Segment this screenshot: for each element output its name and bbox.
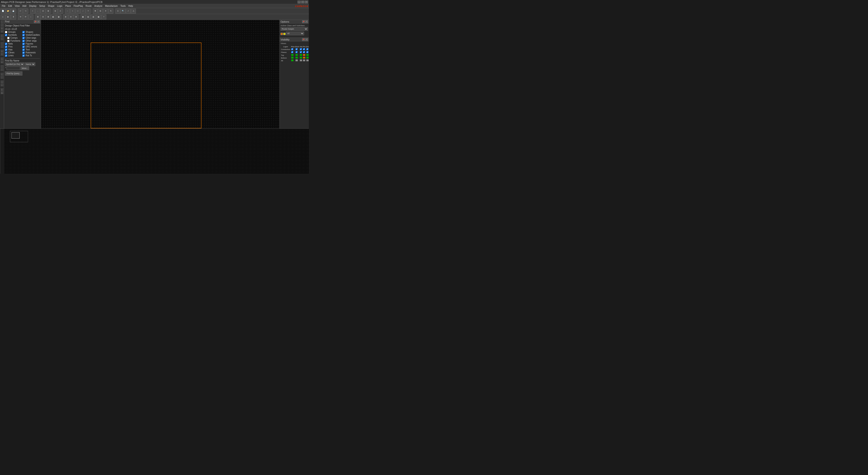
cond-drc-check[interactable] [306, 48, 308, 50]
add-text-btn[interactable]: T [86, 9, 91, 13]
all-via-color[interactable] [300, 60, 302, 61]
tb2-btn1[interactable]: ▷ [0, 14, 5, 20]
all-on-button[interactable]: All On [5, 28, 11, 30]
zoom-in-button[interactable]: + [30, 9, 35, 13]
left-icon-13[interactable]: ~ [1, 65, 3, 68]
drc-btn[interactable]: ⚠ [131, 9, 136, 13]
all-off-button[interactable]: All Off [11, 28, 17, 30]
tb2-btn11[interactable]: ◨ [56, 14, 61, 20]
left-icon-15[interactable]: ✕ [1, 73, 3, 75]
undo-button[interactable]: ↩ [18, 9, 23, 13]
find-name-input[interactable] [6, 66, 20, 70]
tb2-btn9[interactable]: ⊠ [46, 14, 51, 20]
pcb-canvas-area[interactable] [41, 20, 279, 128]
functions-checkbox[interactable] [7, 40, 9, 42]
cond-etch-check[interactable] [296, 48, 298, 50]
tb2-btn5[interactable]: ⟳ [23, 14, 28, 20]
bot-drc-color[interactable] [306, 57, 309, 59]
left-icon-8[interactable]: ← [1, 45, 3, 48]
tb2-btn18[interactable]: ▦ [96, 14, 101, 20]
left-icon-14[interactable]: ≈ [1, 68, 3, 71]
cond-via-check[interactable] [300, 48, 302, 50]
visibility-close[interactable]: × [305, 38, 308, 41]
nets-checkbox[interactable] [5, 43, 7, 45]
find-type-dropdown[interactable]: Symbol (or Pin) Net Component Pin [5, 62, 24, 66]
menu-shape[interactable]: Shape [46, 4, 56, 7]
voids-checkbox[interactable] [22, 34, 25, 36]
tb2-btn6[interactable]: ↕ [28, 14, 33, 20]
top-plan-color[interactable] [291, 54, 293, 56]
tb2-btn3[interactable]: ⏸ [11, 14, 16, 20]
ratsnests-checkbox[interactable] [22, 52, 25, 54]
minimap-view[interactable] [4, 129, 309, 173]
left-icon-2[interactable]: ↗ [1, 24, 3, 26]
options-pin[interactable]: 📌 [302, 20, 305, 23]
menu-flowplaq[interactable]: FlowPlaq [72, 4, 84, 7]
new-button[interactable]: 📄 [0, 9, 5, 13]
tb2-btn17[interactable]: ▥ [91, 14, 96, 20]
symbols-checkbox[interactable] [5, 34, 7, 36]
find-panel-pin[interactable]: 📌 [34, 20, 37, 23]
lines-checkbox[interactable] [5, 55, 7, 57]
bot-plan-color[interactable] [291, 57, 293, 59]
tb2-btn19[interactable]: ? [101, 14, 106, 20]
tb2-btn13[interactable]: ⊖ [68, 14, 73, 20]
tb2-btn12[interactable]: ⊕ [63, 14, 68, 20]
all-plan-color[interactable] [291, 60, 293, 61]
rotate-btn[interactable]: ↻ [108, 9, 113, 13]
left-icon-11[interactable]: ⊡ [1, 57, 3, 60]
left-icon-5[interactable]: ≡ [1, 34, 3, 37]
check-btn[interactable]: ✓ [126, 9, 131, 13]
bot-via-color[interactable] [300, 57, 302, 59]
top-etch-color[interactable] [296, 54, 298, 56]
left-icon-19[interactable]: ◈ [1, 88, 3, 91]
left-icon-16[interactable]: ✓ [1, 76, 3, 79]
all-etch-color[interactable] [296, 60, 298, 61]
all-pin-color[interactable] [303, 60, 305, 61]
left-icon-12[interactable]: ⊞ [1, 61, 3, 63]
left-icon-3[interactable]: ⊕ [1, 27, 3, 29]
menu-logic[interactable]: Logic [56, 4, 64, 7]
snap-button[interactable]: ⊕ [53, 9, 58, 13]
planes-via-check[interactable] [300, 51, 302, 53]
properties-btn[interactable]: ℹ [115, 9, 120, 13]
ratts-checkbox[interactable] [22, 55, 25, 57]
menu-route[interactable]: Route [84, 4, 93, 7]
left-icon-9[interactable]: ▲ [1, 50, 3, 53]
class-dropdown[interactable]: Route Keepin Board Geometry Etch [281, 27, 308, 31]
left-icon-6[interactable]: ≡ [1, 37, 3, 40]
open-button[interactable]: 📂 [6, 9, 11, 13]
menu-add[interactable]: Add [21, 4, 28, 7]
tb2-btn7[interactable]: ⊞ [35, 14, 40, 20]
vias-checkbox[interactable] [5, 49, 7, 51]
all-drc-color[interactable] [306, 60, 309, 61]
find-more-button[interactable]: More... [21, 66, 29, 70]
options-close[interactable]: × [305, 20, 308, 23]
zoom-fit-button[interactable]: ⊡ [40, 9, 45, 13]
find-panel-close[interactable]: × [37, 20, 40, 23]
left-icon-10[interactable]: ▼ [1, 53, 3, 56]
planes-pin-check[interactable] [303, 51, 305, 53]
menu-file[interactable]: File [0, 4, 7, 7]
tb2-btn2[interactable]: ▶ [6, 14, 11, 20]
subclass-dropdown[interactable]: All Top Bottom [286, 32, 304, 35]
menu-setup[interactable]: Setup [38, 4, 46, 7]
shapes-checkbox[interactable] [22, 31, 25, 33]
maximize-button[interactable]: □ [301, 1, 304, 3]
planes-drc-check[interactable] [306, 51, 308, 53]
left-icon-17[interactable]: ⟲ [1, 81, 3, 83]
top-drc-color[interactable] [306, 54, 309, 56]
planes-etch-check[interactable] [296, 51, 298, 53]
redo-button[interactable]: ↪ [23, 9, 28, 13]
zoom-out-button[interactable]: - [35, 9, 40, 13]
drc-checkbox[interactable] [22, 46, 25, 48]
clines-checkbox[interactable] [5, 52, 7, 54]
menu-tools[interactable]: Tools [119, 4, 127, 7]
bot-pin-color[interactable] [303, 57, 305, 59]
interactive-btn[interactable]: ≈ [70, 9, 75, 13]
find-btn[interactable]: 🔍 [121, 9, 125, 13]
menu-manufacture[interactable]: Manufacture [104, 4, 119, 7]
find-name-type-dropdown[interactable]: Name [25, 62, 35, 66]
find-query-button[interactable]: Find by Query... [5, 71, 22, 75]
cond-plan-check[interactable] [291, 48, 293, 50]
